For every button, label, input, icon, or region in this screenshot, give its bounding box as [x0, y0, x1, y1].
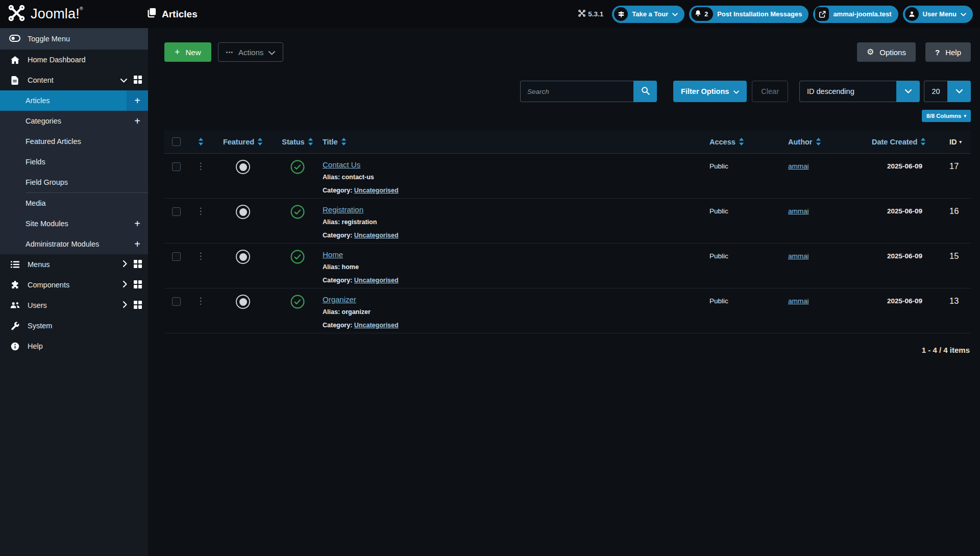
sidebar-item-help[interactable]: Help	[0, 336, 148, 356]
search-button[interactable]	[633, 81, 657, 102]
category-link[interactable]: Uncategorised	[354, 277, 399, 284]
sidebar-item-label: Help	[28, 342, 142, 350]
author-column-header[interactable]: Author	[785, 138, 870, 146]
sidebar-item-users[interactable]: Users	[0, 295, 148, 316]
article-alias: Alias: registration	[323, 217, 704, 227]
sidebar-item-label: Featured Articles	[26, 137, 148, 146]
select-all-checkbox[interactable]	[172, 137, 181, 146]
toggle-menu-button[interactable]: Toggle Menu	[0, 28, 148, 50]
sidebar-item-fields[interactable]: Fields	[0, 152, 148, 172]
article-title-link[interactable]: Organizer	[323, 295, 704, 304]
status-published-icon[interactable]	[273, 199, 323, 219]
sidebar-item-site-modules[interactable]: Site Modules +	[0, 213, 148, 234]
category-link[interactable]: Uncategorised	[354, 187, 399, 194]
article-title-link[interactable]: Contact Us	[323, 160, 704, 169]
featured-toggle[interactable]	[236, 205, 250, 219]
featured-column-header[interactable]: Featured	[213, 138, 273, 146]
drag-handle-icon[interactable]: ⋮	[188, 244, 213, 261]
featured-toggle[interactable]	[236, 250, 250, 264]
drag-handle-icon[interactable]: ⋮	[188, 154, 213, 172]
row-checkbox[interactable]	[172, 297, 181, 306]
sidebar-item-articles[interactable]: Articles +	[0, 90, 148, 111]
sort-select[interactable]: ID descending	[799, 81, 920, 102]
featured-toggle[interactable]	[236, 160, 250, 174]
sidebar-item-components[interactable]: Components	[0, 275, 148, 295]
sidebar-item-categories[interactable]: Categories +	[0, 111, 148, 131]
search-input[interactable]	[520, 81, 633, 102]
drag-handle-icon[interactable]: ⋮	[188, 288, 213, 306]
chevron-down-icon[interactable]	[120, 76, 127, 84]
sidebar-item-featured-articles[interactable]: Featured Articles	[0, 131, 148, 152]
options-button[interactable]: ⚙ Options	[857, 42, 916, 62]
author-link[interactable]: ammai	[788, 162, 809, 170]
featured-toggle[interactable]	[236, 295, 250, 309]
sidebar-item-content[interactable]: Content	[0, 70, 148, 90]
sidebar-item-menus[interactable]: Menus	[0, 254, 148, 275]
columns-toggle-button[interactable]: 8/8 Columns ▾	[922, 110, 971, 122]
question-icon: ?	[935, 48, 940, 57]
preview-site-button[interactable]: ammai-joomla.test	[813, 6, 898, 23]
article-id: 16	[947, 199, 971, 216]
notification-badge: 2	[691, 7, 713, 21]
row-checkbox[interactable]	[172, 207, 181, 216]
user-menu-button[interactable]: User Menu	[903, 6, 973, 23]
ellipsis-icon: •••	[226, 49, 234, 55]
brand-wordmark: Joomla!®	[31, 6, 83, 22]
access-column-header[interactable]: Access	[704, 138, 785, 146]
date-created-column-header[interactable]: Date Created	[870, 138, 947, 146]
row-checkbox[interactable]	[172, 252, 181, 261]
chevron-right-icon[interactable]	[123, 281, 127, 289]
chevron-down-icon	[961, 10, 966, 18]
pagination-count: 1 - 4 / 4 items	[164, 346, 971, 354]
dashboard-grid-icon[interactable]	[134, 280, 142, 290]
sidebar-item-media[interactable]: Media	[0, 193, 148, 213]
new-button[interactable]: + New	[164, 42, 211, 62]
select-chevron-button[interactable]	[896, 81, 920, 102]
dashboard-grid-icon[interactable]	[134, 260, 142, 270]
info-icon	[9, 342, 20, 351]
post-installation-messages-button[interactable]: 2 Post Installation Messages	[689, 6, 808, 23]
article-title-link[interactable]: Home	[323, 250, 704, 259]
plus-icon: +	[134, 218, 140, 230]
id-column-header[interactable]: ID ▾	[947, 138, 971, 146]
add-site-module-button[interactable]: +	[127, 213, 148, 234]
add-admin-module-button[interactable]: +	[127, 234, 148, 254]
status-published-icon[interactable]	[273, 288, 323, 309]
add-category-button[interactable]: +	[127, 111, 148, 131]
sidebar-item-system[interactable]: System	[0, 316, 148, 336]
clear-button[interactable]: Clear	[752, 81, 788, 102]
author-link[interactable]: ammai	[788, 252, 809, 260]
dashboard-grid-icon[interactable]	[134, 301, 142, 310]
article-id: 15	[947, 244, 971, 261]
add-article-button[interactable]: +	[127, 90, 148, 111]
page-header: Articles	[147, 8, 198, 20]
author-link[interactable]: ammai	[788, 207, 809, 215]
chevron-right-icon[interactable]	[123, 260, 127, 269]
status-column-header[interactable]: Status	[273, 138, 323, 146]
limit-select[interactable]: 20	[924, 81, 971, 102]
sort-icon	[816, 138, 821, 146]
category-link[interactable]: Uncategorised	[354, 232, 399, 239]
drag-handle-icon[interactable]: ⋮	[188, 199, 213, 216]
sort-icon	[257, 138, 263, 146]
author-link[interactable]: ammai	[788, 297, 809, 305]
select-chevron-button[interactable]	[947, 81, 971, 102]
article-title-link[interactable]: Registration	[323, 205, 704, 214]
sidebar-item-administrator-modules[interactable]: Administrator Modules +	[0, 234, 148, 254]
sidebar-item-home-dashboard[interactable]: Home Dashboard	[0, 50, 148, 70]
status-published-icon[interactable]	[273, 244, 323, 264]
sidebar-item-field-groups[interactable]: Field Groups	[0, 172, 148, 192]
article-alias: Alias: organizer	[323, 307, 704, 317]
document-icon	[9, 76, 20, 85]
ordering-sort-header[interactable]	[188, 138, 213, 146]
status-published-icon[interactable]	[273, 154, 323, 174]
title-column-header[interactable]: Title	[323, 138, 704, 146]
help-button[interactable]: ? Help	[925, 42, 971, 62]
filter-options-button[interactable]: Filter Options	[673, 81, 747, 102]
row-checkbox[interactable]	[172, 162, 181, 171]
chevron-right-icon[interactable]	[123, 301, 127, 309]
actions-button[interactable]: ••• Actions	[218, 42, 284, 62]
dashboard-grid-icon[interactable]	[134, 76, 142, 85]
category-link[interactable]: Uncategorised	[354, 322, 399, 329]
take-a-tour-button[interactable]: Take a Tour	[612, 6, 684, 23]
